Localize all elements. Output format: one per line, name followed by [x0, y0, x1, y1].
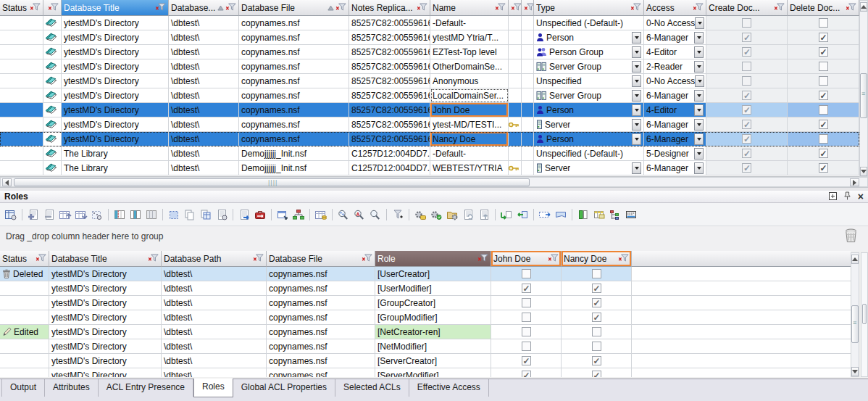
role-row[interactable]: DeletedytestMD's Directory\dbtest\copyna…	[0, 267, 851, 281]
toolbar-copy-with-grid-button[interactable]	[199, 207, 213, 222]
filter-icon[interactable]	[148, 254, 159, 264]
checkbox[interactable]	[742, 134, 751, 144]
group-by-bar[interactable]: Drag _drop column header here to group	[0, 226, 868, 251]
checkbox[interactable]	[522, 269, 531, 278]
database-title-cell[interactable]: ytestMD's Directory	[62, 74, 169, 88]
flag-cell[interactable]	[509, 45, 522, 59]
database-path-cell[interactable]: \dbtest\	[169, 74, 239, 88]
tab-output[interactable]: Output	[1, 379, 45, 397]
dropdown-button[interactable]	[632, 119, 641, 131]
john-doe-role-cell[interactable]	[491, 310, 562, 325]
roles-grid-vertical-scrollbar[interactable]: ≡	[851, 252, 859, 377]
database-path-cell[interactable]: \dbtest\	[169, 146, 239, 161]
replica-id-cell[interactable]: 85257C82:00559616	[349, 16, 430, 30]
column-header-access[interactable]: Access	[644, 0, 706, 16]
delete-doc-cell[interactable]	[788, 74, 859, 88]
replica-id-cell[interactable]: 85257C82:00559616	[349, 132, 430, 146]
toolbar-freeze-left-button[interactable]	[112, 207, 127, 222]
status-cell[interactable]	[0, 310, 49, 325]
scroll-thumb[interactable]	[862, 304, 867, 324]
role-cell[interactable]: [NetModifier]	[375, 339, 491, 354]
dropdown-button[interactable]	[632, 90, 641, 102]
tab-acl-entry-presence[interactable]: ACL Entry Presence	[99, 379, 193, 397]
toolbar-compare-columns-button[interactable]	[576, 207, 591, 222]
toolbar-import-data-button[interactable]	[499, 207, 514, 222]
column-header-flag2[interactable]	[522, 0, 534, 16]
delete-doc-cell[interactable]	[788, 132, 859, 146]
toolbar-move-row-down-button[interactable]	[74, 207, 88, 222]
database-title-cell[interactable]: ytestMD's Directory	[62, 45, 169, 59]
replica-id-cell[interactable]: C1257D12:004DD7...	[349, 146, 430, 161]
tab-effective-access[interactable]: Effective Access	[409, 379, 489, 397]
dropdown-button[interactable]	[694, 32, 704, 44]
type-cell[interactable]: Person	[534, 30, 644, 45]
acl-entry-row[interactable]: ytestMD's Directory\dbtest\copynames.nsf…	[0, 30, 859, 45]
name-cell[interactable]: Anonymous	[430, 74, 509, 88]
dropdown-button[interactable]	[694, 46, 704, 58]
name-cell[interactable]: LocalDomainSer...	[430, 88, 509, 103]
database-path-cell[interactable]: \dbtest\	[162, 339, 267, 354]
john-doe-role-cell[interactable]	[491, 339, 562, 354]
database-file-cell[interactable]: copynames.nsf	[239, 74, 349, 88]
database-title-cell[interactable]: ytestMD's Directory	[49, 281, 162, 296]
toolbar-reading-view-button[interactable]	[554, 207, 568, 222]
toolbar-view-grid-settings-button[interactable]	[4, 207, 18, 222]
column-header-title[interactable]: Database Title	[49, 251, 162, 267]
checkbox[interactable]	[522, 313, 531, 322]
checkbox[interactable]	[742, 120, 751, 129]
checkbox[interactable]	[592, 327, 601, 336]
create-doc-cell[interactable]	[706, 74, 788, 88]
database-path-cell[interactable]: \dbtest\	[162, 296, 267, 310]
acl-entry-row[interactable]: ytestMD's Directory\dbtest\copynames.nsf…	[0, 59, 859, 74]
filter-icon[interactable]	[335, 3, 346, 13]
flag-cell[interactable]	[522, 16, 534, 30]
database-icon-cell[interactable]	[43, 59, 62, 74]
replica-id-cell[interactable]: 85257C82:00559616	[349, 45, 430, 59]
filter-icon[interactable]	[774, 3, 785, 13]
access-cell[interactable]: 0-No Access	[644, 16, 706, 30]
acl-entry-row[interactable]: ytestMD's Directory\dbtest\copynames.nsf…	[0, 16, 859, 30]
acl-entry-row[interactable]: ytestMD's Directory\dbtest\copynames.nsf…	[0, 117, 859, 132]
pin-panel-icon[interactable]	[843, 191, 851, 202]
filter-icon[interactable]	[618, 254, 629, 264]
dropdown-button[interactable]	[632, 162, 641, 174]
delete-doc-cell[interactable]	[788, 59, 859, 74]
access-cell[interactable]: 6-Manager	[644, 117, 706, 132]
type-cell[interactable]: Server Group	[534, 88, 644, 103]
delete-doc-cell[interactable]	[788, 16, 859, 30]
database-title-cell[interactable]: The Library	[62, 146, 169, 161]
filter-icon[interactable]	[30, 3, 41, 13]
toolbar-export-document-button[interactable]	[237, 207, 251, 222]
flag-cell[interactable]	[509, 161, 522, 175]
delete-doc-cell[interactable]	[788, 146, 859, 161]
filter-icon[interactable]	[225, 3, 236, 13]
status-cell[interactable]	[0, 339, 49, 354]
scroll-up-button[interactable]	[860, 2, 867, 12]
column-header-status[interactable]: Status	[0, 251, 49, 267]
database-path-cell[interactable]: \dbtest\	[169, 45, 239, 59]
dropdown-button[interactable]	[632, 46, 641, 58]
column-header-type[interactable]: Type	[534, 0, 644, 16]
database-file-cell[interactable]: copynames.nsf	[267, 310, 375, 325]
name-cell[interactable]: John Doe	[430, 103, 509, 117]
column-header-create[interactable]: Create Doc...	[706, 0, 788, 16]
toolbar-export-data-button[interactable]	[515, 207, 530, 222]
dropdown-button[interactable]	[695, 75, 704, 87]
column-header-john[interactable]: John Doe	[491, 251, 562, 267]
checkbox[interactable]	[742, 47, 751, 57]
toolbar-folder-settings-button[interactable]	[445, 207, 459, 222]
database-icon-cell[interactable]	[43, 16, 62, 30]
scroll-up-button[interactable]	[851, 255, 859, 264]
database-file-cell[interactable]: copynames.nsf	[239, 117, 349, 132]
type-cell[interactable]: Person	[534, 103, 644, 117]
toolbar-freeze-right-button[interactable]	[144, 207, 159, 222]
filter-icon[interactable]	[253, 254, 264, 264]
toolbar-keyboard-input-button[interactable]	[624, 207, 638, 222]
role-row[interactable]: EditedytestMD's Directory\dbtest\copynam…	[0, 325, 851, 339]
checkbox[interactable]	[522, 342, 531, 351]
database-file-cell[interactable]: copynames.nsf	[267, 296, 375, 310]
type-cell[interactable]: Person Group	[534, 45, 644, 59]
role-cell[interactable]: [ServerModifier]	[375, 368, 491, 377]
status-cell[interactable]	[0, 45, 43, 59]
create-doc-cell[interactable]	[706, 146, 788, 161]
